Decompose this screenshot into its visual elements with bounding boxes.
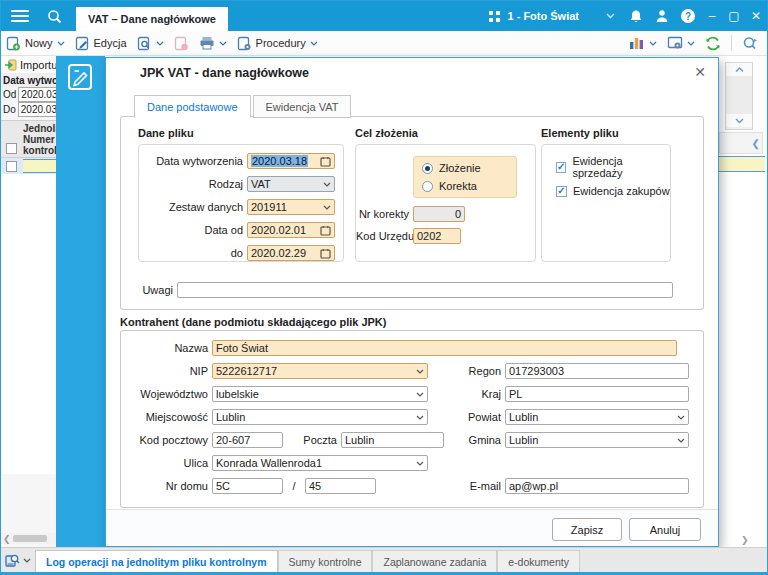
poczta-field[interactable]: Lublin: [341, 432, 444, 448]
background-right-sliver: ❮: [719, 56, 767, 547]
rodzaj-select[interactable]: VAT: [247, 176, 335, 192]
filter-od-label: Od: [3, 89, 16, 100]
new-button[interactable]: Nowy: [1, 33, 70, 54]
radio-off-icon: [422, 181, 433, 192]
refresh-button[interactable]: [700, 33, 726, 54]
calendar-icon: [320, 225, 331, 236]
dialog-close-icon[interactable]: ✕: [694, 64, 706, 80]
minimize-button[interactable]: –: [701, 5, 723, 27]
new-document-icon: [6, 36, 21, 51]
charts-chevron-icon: [649, 41, 657, 46]
row-selected-cell[interactable]: [23, 159, 56, 173]
bottom-tab-e-dokumenty[interactable]: e-dokumenty: [497, 550, 580, 572]
procedures-button[interactable]: Procedury: [232, 33, 323, 54]
data-od-field[interactable]: 2020.02.01: [247, 222, 335, 238]
table-row[interactable]: [1, 158, 56, 174]
collapse-left-icon[interactable]: ❮: [752, 138, 760, 149]
row-checkbox[interactable]: [6, 161, 17, 172]
data-do-field[interactable]: 2020.02.29: [247, 245, 335, 261]
edit-document-icon: [67, 63, 94, 91]
kod-pocztowy-field[interactable]: 20-607: [212, 432, 283, 448]
log-panel-icon[interactable]: [5, 553, 21, 568]
kraj-field[interactable]: PL: [505, 386, 689, 402]
new-chevron-icon: [57, 41, 65, 46]
powiat-select[interactable]: Lublin: [505, 409, 689, 425]
quick-search-button[interactable]: [737, 33, 763, 54]
import-button[interactable]: Importuj: [1, 56, 56, 73]
kod-urzedu-field[interactable]: 0202: [413, 228, 461, 244]
notifications-bell-icon[interactable]: [623, 5, 649, 27]
print-chevron-icon: [219, 41, 227, 46]
bottom-tab-log[interactable]: Log operacji na jednolitym pliku kontrol…: [35, 550, 278, 572]
filter-od-input[interactable]: 2020.03.1: [18, 87, 56, 102]
filter-do-input[interactable]: 2020.03.1: [18, 102, 56, 117]
nazwa-field[interactable]: Foto Świat: [212, 340, 677, 356]
maximize-button[interactable]: ▢: [723, 5, 745, 27]
bottom-tab-sumy-kontrolne[interactable]: Sumy kontrolne: [278, 550, 373, 572]
scrollbar-track[interactable]: [726, 76, 752, 114]
scroll-left-icon[interactable]: ❮: [1, 534, 13, 544]
view-magnifier-icon: [137, 36, 152, 51]
nr-domu-field[interactable]: 5C: [212, 478, 283, 494]
company-name[interactable]: 1 - Foto Świat: [508, 10, 580, 22]
chevron-down-icon: [416, 369, 424, 374]
scroll-up-icon[interactable]: [726, 63, 752, 76]
wojewodztwo-select[interactable]: lubelskie: [212, 386, 428, 402]
radio-korekta[interactable]: Korekta: [422, 177, 516, 195]
gmina-select[interactable]: Lublin: [505, 432, 689, 448]
group-elementy-pliku: Elementy pliku ✓ Ewidencja sprzedaży ✓ E…: [541, 127, 671, 262]
horizontal-scrollbar[interactable]: ❮: [1, 533, 56, 544]
cancel-button[interactable]: Anuluj: [629, 518, 701, 541]
scrollbar-thumb[interactable]: [13, 535, 47, 542]
edit-button[interactable]: Edycja: [70, 33, 132, 54]
email-field[interactable]: ap@wp.pl: [505, 478, 689, 494]
checkbox-ewidencja-zakupow[interactable]: ✓ Ewidencja zakupów: [556, 183, 670, 199]
log-panel-chevron-icon[interactable]: [23, 558, 31, 563]
import-icon: [4, 59, 17, 71]
upper-panel: Dane pliku Data wytworzenia 2020.03.18 R…: [120, 116, 704, 310]
window-settings-button[interactable]: [662, 33, 700, 54]
zestaw-danych-select[interactable]: 201911: [247, 199, 335, 215]
calendar-icon: [320, 156, 331, 167]
bottom-tab-zaplanowane-zadania[interactable]: Zaplanowane zadania: [372, 550, 497, 572]
module-tab-vat[interactable]: VAT – Dane nagłówkowe: [76, 7, 228, 31]
nr-korekty-field[interactable]: 0: [413, 206, 465, 222]
data-wytworzenia-field[interactable]: 2020.03.18: [247, 153, 335, 169]
user-icon[interactable]: [649, 5, 675, 27]
nip-select[interactable]: 5222612717: [212, 363, 428, 379]
table-header[interactable]: Jednoli Numer kontrol: [1, 120, 56, 158]
print-button[interactable]: [194, 33, 232, 54]
radio-zlozenie[interactable]: Złożenie: [422, 159, 516, 177]
miejscowosc-select[interactable]: Lublin: [212, 409, 428, 425]
select-all-checkbox[interactable]: [6, 143, 17, 154]
window-settings-chevron-icon: [687, 41, 695, 46]
company-chevron-down-icon[interactable]: [597, 5, 623, 27]
kontrahent-panel: Nazwa Foto Świat NIP 5222612717 Regon 01…: [120, 330, 704, 508]
ulica-select[interactable]: Konrada Wallenroda1: [212, 455, 428, 471]
charts-button[interactable]: [624, 33, 662, 54]
menu-icon[interactable]: [11, 10, 29, 22]
search-icon[interactable]: [47, 9, 62, 24]
scroll-down-icon[interactable]: [726, 114, 752, 127]
scroll-right-icon[interactable]: ❯: [741, 535, 749, 545]
tab-ewidencja-vat[interactable]: Ewidencja VAT: [253, 95, 352, 118]
row-selected-cell-right[interactable]: [719, 156, 765, 172]
background-left-panel: Importuj Data wytworz Od 2020.03.1 Do 20…: [1, 56, 56, 547]
calendar-icon: [320, 248, 331, 259]
radio-on-icon: [422, 163, 433, 174]
close-window-button[interactable]: ✕: [745, 5, 767, 27]
delete-button[interactable]: [169, 33, 194, 54]
chevron-down-icon: [416, 392, 424, 397]
checkbox-ewidencja-sprzedazy[interactable]: ✓ Ewidencja sprzedaży: [556, 159, 670, 175]
view-button[interactable]: [132, 33, 169, 54]
regon-field[interactable]: 017293003: [505, 363, 689, 379]
nr-lokalu-field[interactable]: 45: [305, 478, 376, 494]
bottom-tab-bar: Log operacji na jednolitym pliku kontrol…: [1, 547, 767, 573]
tab-dane-podstawowe[interactable]: Dane podstawowe: [134, 95, 251, 118]
help-icon[interactable]: ?: [675, 5, 701, 27]
view-chevron-icon: [156, 41, 164, 46]
vertical-scrollbar[interactable]: [725, 62, 753, 130]
entities-grid-icon[interactable]: [489, 11, 500, 22]
save-button[interactable]: Zapisz: [552, 518, 622, 541]
uwagi-field[interactable]: [177, 282, 673, 298]
